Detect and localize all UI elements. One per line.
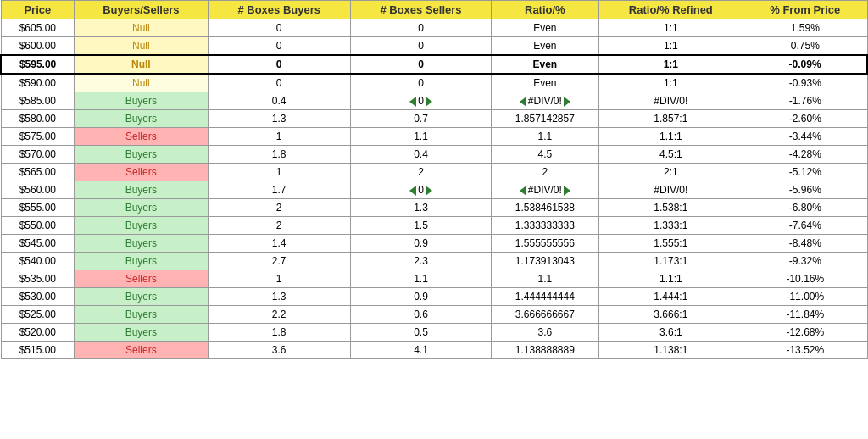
ratio-refined-cell: 1.555:1	[598, 235, 743, 253]
ratio-refined-cell: #DIV/0!	[598, 181, 743, 199]
ratio-refined-cell: 1.1:1	[598, 270, 743, 288]
ratio-refined-cell: 3.6:1	[598, 324, 743, 342]
triangle-right-icon	[564, 97, 570, 107]
price-cell: $545.00	[1, 235, 75, 253]
from-price-cell: -10.16%	[743, 270, 867, 288]
price-cell: $580.00	[1, 110, 75, 128]
buyers-sellers-cell: Sellers	[75, 128, 208, 146]
price-cell: $605.00	[1, 19, 75, 37]
boxes-buyers-cell: 0	[208, 19, 350, 37]
boxes-buyers-cell: 0.4	[208, 92, 350, 110]
from-price-cell: -4.28%	[743, 146, 867, 164]
buyers-sellers-cell: Sellers	[75, 164, 208, 181]
buyers-sellers-cell: Null	[75, 37, 208, 56]
ratio-cell: 1.1	[492, 128, 599, 146]
buyers-sellers-cell: Null	[75, 74, 208, 92]
buyers-sellers-cell: Buyers	[75, 199, 208, 217]
buyers-sellers-cell: Sellers	[75, 342, 208, 359]
price-cell: $590.00	[1, 74, 75, 92]
triangle-left-icon	[409, 97, 416, 107]
buyers-sellers-cell: Buyers	[75, 253, 208, 270]
from-price-cell: -3.44%	[743, 128, 867, 146]
ratio-refined-cell: 2:1	[598, 164, 743, 181]
table-row: $575.00Sellers11.11.11.1:1-3.44%	[1, 128, 867, 146]
boxes-sellers-cell: 2.3	[350, 253, 491, 270]
ratio-cell: 1.555555556	[492, 235, 599, 253]
ratio-cell: 1.333333333	[492, 217, 599, 235]
price-cell: $585.00	[1, 92, 75, 110]
boxes-buyers-cell: 1	[208, 164, 350, 181]
boxes-buyers-cell: 0	[208, 74, 350, 92]
triangle-left-icon	[520, 97, 526, 107]
price-cell: $595.00	[1, 55, 75, 74]
price-cell: $600.00	[1, 37, 75, 56]
boxes-sellers-cell: 0	[350, 181, 491, 199]
ratio-cell: 4.5	[492, 146, 599, 164]
table-row: $545.00Buyers1.40.91.5555555561.555:1-8.…	[1, 235, 867, 253]
triangle-right-icon	[426, 97, 432, 107]
price-cell: $565.00	[1, 164, 75, 181]
triangle-right-icon	[426, 186, 432, 196]
col-header-ratio--: Ratio/%	[492, 1, 599, 19]
ratio-refined-cell: #DIV/0!	[598, 92, 743, 110]
ratio-refined-cell: 1.333:1	[598, 217, 743, 235]
price-cell: $570.00	[1, 146, 75, 164]
ratio-refined-cell: 3.666:1	[598, 306, 743, 324]
boxes-sellers-cell: 4.1	[350, 342, 491, 359]
ratio-cell: Even	[492, 55, 599, 74]
boxes-sellers-cell: 1.1	[350, 128, 491, 146]
ratio-cell: Even	[492, 37, 599, 56]
table-row: $585.00Buyers0.40#DIV/0!#DIV/0!-1.76%	[1, 92, 867, 110]
boxes-buyers-cell: 1	[208, 128, 350, 146]
price-cell: $530.00	[1, 288, 75, 306]
from-price-cell: 0.75%	[743, 37, 867, 56]
from-price-cell: -11.84%	[743, 306, 867, 324]
boxes-sellers-cell: 2	[350, 164, 491, 181]
table-row: $530.00Buyers1.30.91.4444444441.444:1-11…	[1, 288, 867, 306]
buyers-sellers-cell: Null	[75, 55, 208, 74]
ratio-cell: 1.444444444	[492, 288, 599, 306]
ratio-cell: 3.6	[492, 324, 599, 342]
ratio-refined-cell: 1.538:1	[598, 199, 743, 217]
from-price-cell: 1.59%	[743, 19, 867, 37]
table-row: $580.00Buyers1.30.71.8571428571.857:1-2.…	[1, 110, 867, 128]
ratio-cell: Even	[492, 19, 599, 37]
boxes-buyers-cell: 2.7	[208, 253, 350, 270]
boxes-buyers-cell: 3.6	[208, 342, 350, 359]
buyers-sellers-cell: Buyers	[75, 306, 208, 324]
boxes-buyers-cell: 1.8	[208, 146, 350, 164]
ratio-cell: 1.1	[492, 270, 599, 288]
ratio-refined-cell: 1.857:1	[598, 110, 743, 128]
boxes-buyers-cell: 1.7	[208, 181, 350, 199]
col-header-price: Price	[1, 1, 75, 19]
ratio-refined-cell: 1.138:1	[598, 342, 743, 359]
col-header---boxes-sellers: # Boxes Sellers	[350, 1, 491, 19]
col-header-ratio---refined: Ratio/% Refined	[598, 1, 743, 19]
from-price-cell: -9.32%	[743, 253, 867, 270]
ratio-cell: #DIV/0!	[492, 181, 599, 199]
table-row: $550.00Buyers21.51.3333333331.333:1-7.64…	[1, 217, 867, 235]
from-price-cell: -5.96%	[743, 181, 867, 199]
ratio-refined-cell: 1.173:1	[598, 253, 743, 270]
col-header-buyers-sellers: Buyers/Sellers	[75, 1, 208, 19]
boxes-buyers-cell: 2.2	[208, 306, 350, 324]
buyers-sellers-cell: Sellers	[75, 270, 208, 288]
ratio-cell: 1.857142857	[492, 110, 599, 128]
triangle-right-icon	[564, 186, 570, 196]
ratio-refined-cell: 1.1:1	[598, 128, 743, 146]
from-price-cell: -0.93%	[743, 74, 867, 92]
ratio-refined-cell: 1.444:1	[598, 288, 743, 306]
boxes-sellers-cell: 1.5	[350, 217, 491, 235]
boxes-sellers-cell: 0.6	[350, 306, 491, 324]
boxes-sellers-cell: 0	[350, 55, 491, 74]
boxes-sellers-cell: 0.4	[350, 146, 491, 164]
from-price-cell: -7.64%	[743, 217, 867, 235]
triangle-left-icon	[409, 186, 416, 196]
ratio-refined-cell: 1:1	[598, 19, 743, 37]
boxes-buyers-cell: 1.8	[208, 324, 350, 342]
boxes-sellers-cell: 0	[350, 74, 491, 92]
boxes-sellers-cell: 0	[350, 19, 491, 37]
ratio-cell: 2	[492, 164, 599, 181]
price-cell: $550.00	[1, 217, 75, 235]
triangle-left-icon	[520, 186, 526, 196]
